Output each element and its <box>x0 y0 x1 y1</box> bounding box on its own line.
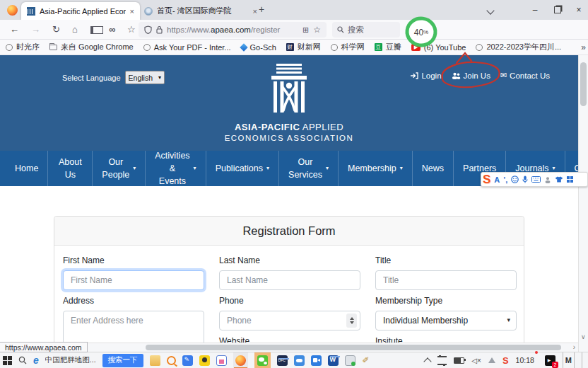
tab-list-chevron-icon[interactable] <box>486 6 494 14</box>
window-minimize-button[interactable]: – <box>524 0 546 20</box>
last-name-input[interactable] <box>219 270 360 290</box>
bookmark-item[interactable]: Ask Your PDF - Inter... <box>143 43 231 52</box>
firefox-icon[interactable] <box>7 5 18 16</box>
bookmarks-overflow-chevron[interactable]: » <box>581 42 586 52</box>
tab-close-icon[interactable]: × <box>130 7 134 16</box>
window-restore-button[interactable] <box>547 0 568 20</box>
save-app-icon[interactable] <box>216 355 227 366</box>
dark-tile-app-icon[interactable] <box>277 355 288 366</box>
ime-language-icon[interactable]: A <box>494 176 500 184</box>
bookmark-folder[interactable]: 来自 Google Chrome <box>49 42 134 52</box>
tray-triangle-icon[interactable] <box>488 357 495 363</box>
reload-button[interactable]: ↻ <box>52 24 60 35</box>
meeting-app-icon[interactable] <box>311 355 322 366</box>
extension-infinity-icon[interactable]: ∞ <box>109 24 115 35</box>
sogou-tray-icon[interactable]: S <box>502 352 509 368</box>
bookmark-item[interactable]: 科学网 <box>331 42 365 52</box>
shield-permissions-icon[interactable] <box>144 25 152 34</box>
title-input[interactable] <box>375 270 517 290</box>
scroll-right-arrow-icon[interactable]: › <box>573 343 575 351</box>
address-label: Address <box>63 296 204 306</box>
site-header: Select Language English▾ <box>0 55 578 151</box>
vertical-scrollbar[interactable]: ∨ <box>578 55 588 352</box>
ie-news-icon[interactable]: e <box>33 352 39 368</box>
word-icon[interactable] <box>328 355 339 366</box>
tab-bayarea-school[interactable]: 首页- 湾区国际商学院 × <box>139 2 263 20</box>
contact-us-link[interactable]: ✉ Contact Us <box>500 71 550 80</box>
lock-icon[interactable] <box>156 25 163 34</box>
qr-code-icon[interactable]: ⊞ <box>302 25 309 35</box>
notes-app-icon[interactable] <box>182 355 193 366</box>
nav-our-people[interactable]: Our People▾ <box>92 151 145 186</box>
firefox-taskbar-button[interactable] <box>233 352 248 368</box>
news-ticker[interactable]: 中国肥胖地图... <box>45 352 96 368</box>
account-icon[interactable] <box>544 176 551 183</box>
search-box[interactable]: 搜索 <box>332 22 400 38</box>
tablet-mode-icon[interactable] <box>437 356 447 365</box>
media-app-icon[interactable]: 2 <box>545 355 555 366</box>
ime-toolbar[interactable]: S A ’, <box>481 172 588 187</box>
ime-punctuation-icon[interactable]: ’, <box>503 176 507 184</box>
bookmark-manager-icon[interactable]: ☆ <box>127 24 136 35</box>
spinner-down-icon[interactable] <box>350 321 354 324</box>
taskbar-search-button[interactable]: 搜索一下 <box>102 354 143 367</box>
tab-apaea[interactable]: Asia-Pacific Applied Economics × <box>21 2 140 20</box>
horizontal-scrollbar-thumb[interactable] <box>146 345 561 350</box>
emoji-icon[interactable] <box>511 176 519 183</box>
clock-app-icon[interactable] <box>199 355 210 366</box>
nav-news[interactable]: News <box>412 151 453 186</box>
nav-publications[interactable]: Publications▾ <box>206 151 278 186</box>
nav-about-us[interactable]: About Us <box>47 151 92 186</box>
vertical-scrollbar-thumb[interactable] <box>580 62 587 106</box>
blue-app-icon[interactable] <box>294 355 305 366</box>
bookmark-item[interactable]: 豆豆瓣 <box>375 42 401 52</box>
spinner-up-icon[interactable] <box>350 317 354 320</box>
keyboard-icon[interactable] <box>531 176 541 183</box>
bookmark-item[interactable]: 2022-2023学年四川... <box>476 42 561 52</box>
join-us-link[interactable]: Join Us <box>452 71 490 80</box>
douban-icon: 豆 <box>375 43 382 51</box>
microphone-icon[interactable] <box>522 176 528 183</box>
paint-app-icon[interactable] <box>362 355 372 366</box>
window-close-button[interactable]: × <box>568 0 588 20</box>
taskbar-clock[interactable]: 10:18 <box>516 352 538 368</box>
nav-our-services[interactable]: Our Services▾ <box>278 151 338 186</box>
bookmark-item[interactable]: Go-Sch <box>241 43 276 52</box>
url-text[interactable]: https://www.apaea.com/register <box>167 25 280 34</box>
phone-input[interactable] <box>219 311 360 330</box>
home-button[interactable]: ⌂ <box>72 24 78 35</box>
number-spinner[interactable] <box>346 314 357 328</box>
back-button[interactable]: ← <box>10 24 19 35</box>
nav-home[interactable]: Home <box>6 151 47 186</box>
tab-close-icon[interactable]: × <box>253 7 257 16</box>
taskbar-search-icon[interactable] <box>18 352 27 368</box>
start-button[interactable] <box>3 356 12 365</box>
file-explorer-icon[interactable] <box>150 355 160 366</box>
bookmark-item[interactable]: 财财新网 <box>286 42 321 52</box>
scroll-down-arrow-icon[interactable]: ∨ <box>581 333 586 340</box>
search-app-icon[interactable] <box>167 356 176 365</box>
show-desktop-button[interactable] <box>582 352 585 368</box>
forward-button[interactable]: → <box>31 24 40 35</box>
volume-muted-icon[interactable]: ◁× <box>471 352 481 368</box>
new-tab-button[interactable]: + <box>259 4 264 15</box>
address-bar[interactable]: https://www.apaea.com/register ⊞ ☆ <box>139 22 327 38</box>
nav-membership[interactable]: Membership▾ <box>338 151 412 186</box>
remote-desktop-icon[interactable] <box>345 355 355 366</box>
caixin-icon: 财 <box>286 43 294 51</box>
skin-icon[interactable] <box>555 176 563 183</box>
toolbox-grid-icon[interactable] <box>567 176 573 183</box>
tray-expand-chevron-icon[interactable] <box>424 357 432 365</box>
membership-type-select[interactable]: Individual Membership <box>375 311 517 330</box>
bookmark-item[interactable]: 时光序 <box>6 42 40 52</box>
ime-indicator[interactable]: M <box>563 352 575 368</box>
first-name-input[interactable] <box>63 270 204 290</box>
sogou-logo-icon[interactable]: S <box>483 173 490 185</box>
wechat-taskbar-button[interactable] <box>254 352 271 368</box>
nav-activities-events[interactable]: Activities & Events▾ <box>145 151 205 186</box>
login-link[interactable]: Login <box>410 71 441 80</box>
performance-badge: 40% <box>404 16 438 49</box>
bookmark-star-icon[interactable]: ☆ <box>313 25 321 35</box>
sidebar-toggle-icon[interactable] <box>90 26 103 34</box>
search-placeholder: 搜索 <box>348 25 364 35</box>
